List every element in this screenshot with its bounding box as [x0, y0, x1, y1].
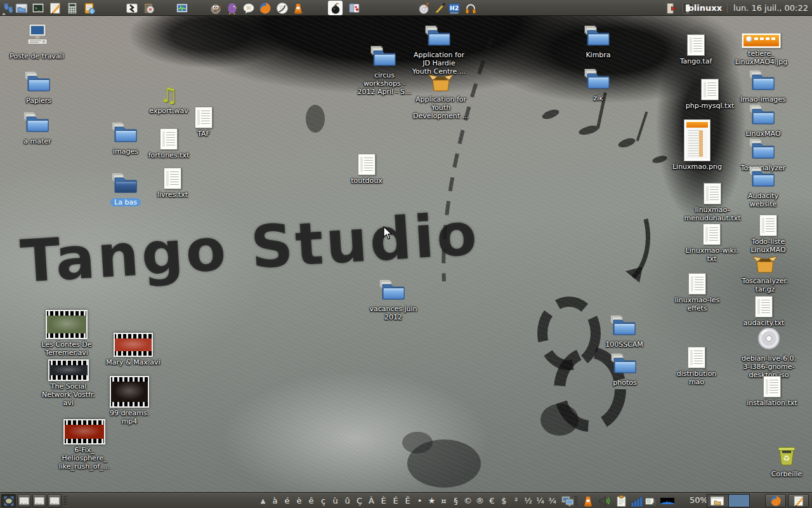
palette-char[interactable]: €: [486, 496, 498, 505]
desktop-icon-label: a mater: [23, 137, 51, 145]
desktop-icon-la-bas[interactable]: La bas: [88, 173, 164, 206]
show-desktop-button[interactable]: [1, 494, 16, 507]
desktop-icon-audacity-txt[interactable]: audacity.txt: [726, 296, 802, 327]
palette-char[interactable]: È: [377, 496, 390, 505]
file-manager-icon[interactable]: [14, 1, 29, 15]
desktop-icon-lmao-images[interactable]: lmao-images: [725, 70, 801, 104]
palette-char[interactable]: ¤: [438, 496, 450, 505]
gimp-icon[interactable]: [208, 1, 223, 15]
palette-char[interactable]: É: [390, 496, 402, 505]
terminal-icon[interactable]: >_: [30, 1, 45, 15]
palette-char[interactable]: ©: [462, 496, 474, 505]
palette-char[interactable]: ★: [426, 496, 438, 505]
cpu-graph[interactable]: [660, 493, 674, 508]
palette-char[interactable]: ¼: [534, 496, 546, 505]
clipboard-icon[interactable]: [613, 493, 628, 508]
desktop-icon-papiers[interactable]: Papiers: [1, 71, 77, 105]
gnome-menu-icon[interactable]: [1, 1, 15, 15]
desktop-icon-les-contes-de-terremer[interactable]: Les Contes De Terremer.avi: [29, 310, 105, 357]
palette-char[interactable]: è: [293, 496, 305, 505]
signal-bars-icon[interactable]: [629, 493, 644, 508]
bomb-game-icon[interactable]: [328, 1, 343, 15]
vlc-tray-icon[interactable]: [580, 493, 595, 508]
logout-icon[interactable]: [664, 1, 678, 15]
headphones-icon[interactable]: [463, 1, 478, 15]
desktop-icon-linuxmao-png[interactable]: Linuxmao.png: [659, 119, 735, 171]
desktop-icon-100sscam[interactable]: 100SSCAM: [586, 315, 662, 349]
audio-cd-icon[interactable]: ♪: [417, 1, 431, 15]
clock-applet[interactable]: lun. 16 juil., 00:22: [727, 3, 808, 13]
firefox-icon[interactable]: [258, 1, 272, 15]
palette-char[interactable]: û: [341, 496, 353, 505]
palette-char[interactable]: À: [365, 496, 377, 505]
desktop-icon-application-jd-hardie[interactable]: Application for JD Hardie Youth Centre .…: [401, 25, 477, 76]
chat-bubble-icon[interactable]: [241, 1, 256, 15]
desktop-icon-toscanalyzer-tar-gz[interactable]: Toscanalyzer. tar.gz: [727, 253, 803, 293]
text-editor-icon[interactable]: [48, 1, 62, 15]
desktop-icon-tetiere-linuxmao4[interactable]: tetiere_ LinuxMAO4.jpg: [723, 33, 799, 66]
image-editor-icon[interactable]: [124, 1, 139, 15]
window-button-1[interactable]: [17, 494, 31, 507]
desktop-icon-mary-and-max[interactable]: Mary & Max.avi: [95, 333, 171, 366]
palette-char[interactable]: ½: [522, 496, 534, 505]
disc-burner-icon[interactable]: [141, 1, 156, 15]
panel-grip[interactable]: [63, 495, 67, 506]
palette-char[interactable]: Ê: [402, 496, 414, 505]
palette-char[interactable]: §: [450, 496, 462, 505]
solitaire-cards-icon[interactable]: A♥: [346, 1, 361, 15]
desktop-icon-poste-de-travail[interactable]: Poste de travail: [0, 23, 75, 60]
desktop-icon-debian-live-iso[interactable]: debian-live-6.0. 3-i386-gnome- desktop.i…: [731, 326, 807, 379]
workspace-switcher[interactable]: [707, 494, 750, 507]
palette-char[interactable]: ®: [474, 496, 486, 505]
desktop-icon-vacances-juin-2012[interactable]: vacances juin 2012: [355, 279, 431, 321]
palette-char[interactable]: ²: [510, 496, 522, 505]
desktop-icon-linuxmao[interactable]: LinuxMAO: [725, 104, 801, 138]
pidgin-icon[interactable]: [225, 1, 239, 15]
palette-char[interactable]: $: [498, 496, 510, 505]
desktop-icon-label: Papiers: [26, 97, 51, 105]
folder-icon: [584, 25, 612, 50]
dual-monitor-icon[interactable]: [560, 493, 575, 508]
palette-char[interactable]: é: [281, 496, 293, 505]
calculator-icon[interactable]: [65, 1, 79, 15]
window-button-3[interactable]: [48, 494, 62, 507]
mail-planner-icon[interactable]: [275, 1, 289, 15]
tool-pen-icon[interactable]: [433, 1, 447, 15]
palette-char[interactable]: •: [414, 496, 426, 505]
desktop-icon-application-youth-dev[interactable]: Application for Youth Development ...: [403, 71, 479, 120]
desktop-icon-photos[interactable]: photos: [587, 353, 663, 387]
workspace-1[interactable]: [707, 495, 728, 507]
tray-grip[interactable]: [574, 495, 577, 506]
volume-icon[interactable]: [597, 493, 612, 508]
vlc-icon[interactable]: [291, 1, 305, 15]
battery-icon[interactable]: [643, 493, 658, 508]
notes-window-button[interactable]: [788, 494, 809, 507]
address-book-icon[interactable]: [82, 1, 96, 15]
palette-arrow[interactable]: ▲: [257, 497, 269, 504]
palette-char[interactable]: ê: [305, 496, 317, 505]
desktop-icon-tango-taf[interactable]: Tango.taf: [658, 34, 734, 65]
desktop-icon-fortunes-txt[interactable]: fortunes.txt: [131, 128, 207, 159]
desktop-icon-installation-txt[interactable]: installation.txt: [734, 376, 810, 407]
firefox-window-button[interactable]: [765, 494, 786, 507]
window-button-2[interactable]: [32, 494, 46, 507]
desktop-icon-kimbra[interactable]: Kimbra: [560, 25, 636, 59]
desktop-icon-a-mater[interactable]: a mater: [0, 112, 75, 145]
desktop-icon-corbeille[interactable]: ♻Corbeille: [749, 443, 812, 478]
system-monitor-icon[interactable]: [174, 1, 189, 15]
palette-char[interactable]: ç: [317, 496, 329, 505]
desktop-icon-linuxmao-les-effets[interactable]: linuxmao-les effets: [659, 273, 735, 312]
workspace-2[interactable]: [728, 495, 750, 507]
palette-char[interactable]: à: [269, 496, 281, 505]
palette-char[interactable]: Ç: [353, 496, 365, 505]
desktop-icon-distribution-mao[interactable]: distribution mao: [658, 347, 735, 386]
desktop-icon-toutdoux[interactable]: toutdoux: [329, 154, 405, 185]
palette-char[interactable]: ¾: [546, 496, 558, 505]
desktop-icon-6-fix-heliosphere[interactable]: 6-Fix_ Heliosphere_ like_rush_of_...: [46, 419, 122, 471]
desktop-icon-99-dreams[interactable]: 99 dreams. mp4: [91, 376, 167, 425]
desktop-icon-zik[interactable]: zik: [560, 69, 636, 102]
hydrogen-h2-icon[interactable]: H2: [447, 1, 461, 15]
desktop-icon-label: distribution mao: [677, 370, 717, 386]
palette-char[interactable]: ù: [329, 496, 341, 505]
desktop-wallpaper[interactable]: Tango Studio Poste de travailPapiersa ma…: [0, 16, 812, 492]
